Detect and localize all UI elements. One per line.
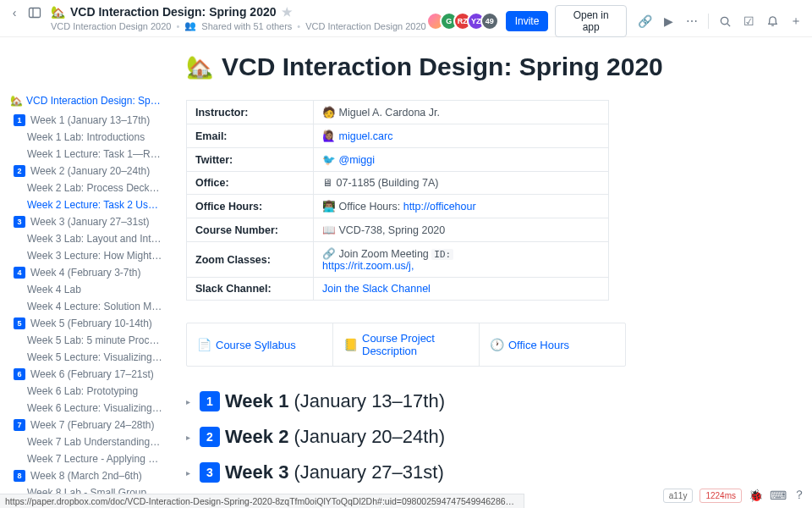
sidebar-item[interactable]: Week 2 Lecture: Task 2 User Storytelling <box>10 196 162 213</box>
bug-icon[interactable]: 🐞 <box>749 489 763 502</box>
people-icon: 👥 <box>184 20 196 31</box>
sidebar-item[interactable]: Week 5 Lab: 5 minute Process Presentati… <box>10 332 162 349</box>
sidebar-item-label: Week 2 (January 20–24th) <box>30 165 150 177</box>
week-number-box: 1 <box>200 391 220 411</box>
office-hours-res[interactable]: 🕐Office Hours <box>479 323 625 366</box>
week-number-box: 5 <box>14 318 25 329</box>
present-icon[interactable]: ▶ <box>661 14 676 29</box>
sidebar-item[interactable]: 5Week 5 (February 10-14th) <box>10 315 162 332</box>
shared-text[interactable]: Shared with 51 others <box>201 21 292 31</box>
week-number-box: 1 <box>14 114 25 126</box>
sidebar-item[interactable]: Week 7 Lab Understanding Images and … <box>10 433 162 450</box>
office-hours-link[interactable]: http://officehour <box>403 201 476 213</box>
sidebar-item[interactable]: 4Week 4 (February 3-7th) <box>10 264 162 281</box>
dev-corner: a11y 1224ms 🐞 ⌨ ？ <box>663 488 805 503</box>
sidebar-item-label: Week 6 Lecture: Visualizing Solutions Pt… <box>27 402 162 414</box>
disclosure-icon[interactable]: ▸ <box>186 397 195 406</box>
sidebar-item-label: Week 7 Lab Understanding Images and … <box>27 436 162 448</box>
doc-title[interactable]: VCD Interaction Design: Spring 2020 <box>70 5 277 19</box>
sidebar-item[interactable]: 2Week 2 (January 20–24th) <box>10 163 162 179</box>
email-link[interactable]: miguel.carc <box>338 130 392 142</box>
project-link[interactable]: 📒Course Project Description <box>332 323 479 366</box>
star-icon[interactable]: ★ <box>282 5 293 19</box>
tasks-icon[interactable]: ☑ <box>741 14 756 29</box>
sidebar-item[interactable]: Week 3 Lecture: How Might We's / Com… <box>10 247 162 264</box>
link-icon[interactable]: 🔗 <box>637 14 652 29</box>
bell-icon[interactable] <box>765 14 780 29</box>
week-heading[interactable]: ▸2Week 2 (January 20–24th) <box>186 426 787 448</box>
sidebar-item-label: Week 6 (February 17–21st) <box>30 368 154 380</box>
sidebar-item-label: Week 3 Lab: Layout and Intentionality in… <box>27 233 162 245</box>
sidebar-item[interactable]: 8Week 8 (March 2nd–6th) <box>10 467 162 484</box>
facepile[interactable]: G RZ YZ 49 <box>426 12 499 30</box>
topbar: ‹ 🏡 VCD Interaction Design: Spring 2020 … <box>0 0 812 37</box>
sidebar-item-label: Week 2 Lab: Process Decks & Introductio… <box>27 182 162 194</box>
topbar-right: G RZ YZ 49 Invite Open in app 🔗 ▶ ⋯ ☑ ＋ <box>426 5 804 37</box>
week-number-box: 7 <box>14 419 25 431</box>
sidebar-item[interactable]: Week 3 Lab: Layout and Intentionality in… <box>10 230 162 247</box>
sidebar-item[interactable]: Week 7 Lecture - Applying Visual Designs <box>10 450 162 467</box>
plus-icon[interactable]: ＋ <box>788 14 804 29</box>
sidebar-item[interactable]: Week 1 Lab: Introductions <box>10 129 162 146</box>
topbar-left: ‹ 🏡 VCD Interaction Design: Spring 2020 … <box>7 5 426 31</box>
keyboard-icon[interactable]: ⌨ <box>770 489 787 502</box>
twitter-link[interactable]: @miggi <box>338 154 375 166</box>
sidebar-item[interactable]: Week 2 Lab: Process Decks & Introductio… <box>10 179 162 196</box>
sidebar-item[interactable]: 3Week 3 (January 27–31st) <box>10 213 162 230</box>
breadcrumb-1[interactable]: VCD Interaction Design 2020 <box>51 21 171 31</box>
sidebar-item[interactable]: Week 6 Lab: Prototyping <box>10 383 162 400</box>
sidebar-item-label: Week 4 Lecture: Solution Mapping <box>27 301 162 312</box>
doc-emoji: 🏡 <box>51 5 65 19</box>
main: 🏡 VCD Interaction Design: Spring 2020 In… <box>169 37 812 508</box>
sidebar-item[interactable]: Week 5 Lecture: Visualizing Solutions <box>10 349 162 366</box>
sidebar-item-label: Week 1 Lab: Introductions <box>27 131 145 143</box>
zoom-link[interactable]: https://rit.zoom.us/j, <box>322 260 414 272</box>
sidebar-item-label: Week 8 (March 2nd–6th) <box>30 470 142 482</box>
sidebar-item[interactable]: 1Week 1 (January 13–17th) <box>10 112 162 129</box>
week-number-box: 2 <box>200 427 220 447</box>
sidebar-item-label: Week 7 (February 24–28th) <box>30 419 155 431</box>
sidebar: 🏡 VCD Interaction Design: Spring 2020 1W… <box>0 37 169 508</box>
clock-icon: 🕐 <box>490 338 503 351</box>
sidebar-toggle-icon[interactable] <box>27 5 42 20</box>
disclosure-icon[interactable]: ▸ <box>186 468 195 478</box>
a11y-pill[interactable]: a11y <box>663 489 694 503</box>
sidebar-item-label: Week 5 Lecture: Visualizing Solutions <box>27 351 162 363</box>
more-icon[interactable]: ⋯ <box>684 14 700 29</box>
sidebar-item-label: Week 3 Lecture: How Might We's / Com… <box>27 250 162 262</box>
sidebar-item-label: Week 6 Lab: Prototyping <box>27 385 138 397</box>
week-number-box: 2 <box>14 165 25 177</box>
week-number-box: 3 <box>200 462 220 483</box>
syllabus-link[interactable]: 📄Course Syllabus <box>187 323 332 366</box>
sidebar-item[interactable]: Week 6 Lecture: Visualizing Solutions Pt… <box>10 400 162 417</box>
doc-icon: 📒 <box>343 338 357 351</box>
sidebar-item[interactable]: Week 1 Lecture: Task 1—Research & Disc… <box>10 146 162 163</box>
info-table: Instructor:🧑 Miguel A. Cardona Jr. Email… <box>186 100 609 301</box>
breadcrumb: VCD Interaction Design 2020 • 👥 Shared w… <box>51 20 426 31</box>
search-icon[interactable] <box>717 14 732 29</box>
invite-button[interactable]: Invite <box>506 11 549 31</box>
week-heading[interactable]: ▸1Week 1 (January 13–17th) <box>186 390 787 412</box>
svg-point-2 <box>721 17 727 24</box>
sidebar-item-label: Week 7 Lecture - Applying Visual Designs <box>27 453 162 465</box>
breadcrumb-2[interactable]: VCD Interaction Design 2020 <box>305 21 425 31</box>
back-icon[interactable]: ‹ <box>7 5 22 20</box>
sidebar-item-label: Week 3 (January 27–31st) <box>30 216 150 228</box>
doc-icon: 📄 <box>197 338 211 351</box>
sidebar-item[interactable]: Week 4 Lecture: Solution Mapping <box>10 298 162 315</box>
slack-link[interactable]: Join the Slack Channel <box>322 283 431 295</box>
svg-line-3 <box>727 23 729 25</box>
sidebar-item-label: Week 4 Lab <box>27 284 81 295</box>
sidebar-item[interactable]: 6Week 6 (February 17–21st) <box>10 366 162 383</box>
sidebar-root[interactable]: 🏡 VCD Interaction Design: Spring 2020 <box>10 95 162 107</box>
avatar-more[interactable]: 49 <box>480 12 499 30</box>
sidebar-item[interactable]: Week 4 Lab <box>10 281 162 298</box>
open-in-app-button[interactable]: Open in app <box>555 5 627 37</box>
sidebar-item[interactable]: 7Week 7 (February 24–28th) <box>10 417 162 433</box>
disclosure-icon[interactable]: ▸ <box>186 433 195 442</box>
help-icon[interactable]: ？ <box>793 488 805 503</box>
week-number-box: 8 <box>14 470 25 482</box>
perf-pill[interactable]: 1224ms <box>700 489 742 503</box>
week-heading[interactable]: ▸3Week 3 (January 27–31st) <box>186 461 787 483</box>
week-number-box: 6 <box>14 368 25 380</box>
